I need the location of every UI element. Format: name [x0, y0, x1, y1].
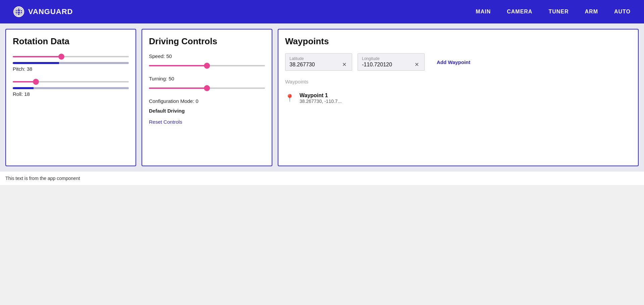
nav-tuner[interactable]: TUNER: [548, 9, 569, 15]
nav-auto[interactable]: AUTO: [614, 9, 631, 15]
waypoints-title: Waypoints: [285, 36, 631, 47]
nav-camera[interactable]: CAMERA: [507, 9, 532, 15]
latitude-row: 38.267730 ✕: [289, 62, 348, 68]
roll-section: Roll: 18: [13, 78, 129, 97]
main-content: Rotation Data Pitch: 38 Roll: 18 Driving…: [0, 23, 644, 172]
globe-icon: [13, 6, 24, 17]
pitch-label: Pitch: 38: [13, 66, 129, 72]
main-nav: MAIN CAMERA TUNER ARM AUTO: [476, 9, 631, 15]
pin-icon: 📍: [285, 94, 294, 103]
waypoints-input-row: Latitude 38.267730 ✕ Longitude -110.7201…: [285, 53, 631, 71]
waypoint-item: 📍 Waypoint 1 38.267730, -110.7...: [285, 90, 631, 107]
speed-thumb[interactable]: [204, 63, 210, 69]
waypoint-coords: 38.267730, -110.7...: [300, 99, 341, 104]
brand-logo: VANGUARD: [13, 6, 73, 17]
speed-slider-container: [149, 62, 265, 69]
pitch-fill: [13, 56, 61, 57]
pitch-slider-container: [13, 53, 129, 60]
longitude-label: Longitude: [362, 56, 420, 61]
roll-bar: [13, 87, 129, 89]
speed-fill: [149, 65, 207, 66]
pitch-bar: [13, 62, 129, 64]
latitude-input-group: Latitude 38.267730 ✕: [285, 53, 352, 71]
turning-fill: [149, 87, 207, 89]
waypoints-section-label: Waypoints: [285, 79, 631, 84]
turning-label: Turning: 50: [149, 76, 265, 81]
footer-text: This text is from the app component: [0, 172, 644, 185]
longitude-input-group: Longitude -110.720120 ✕: [358, 53, 425, 71]
rotation-data-title: Rotation Data: [13, 36, 129, 47]
brand-name: VANGUARD: [28, 7, 73, 16]
driving-controls-title: Driving Controls: [149, 36, 265, 47]
latitude-label: Latitude: [289, 56, 348, 61]
config-mode-label: Configuration Mode: 0: [149, 98, 265, 104]
longitude-row: -110.720120 ✕: [362, 62, 420, 68]
roll-fill: [13, 81, 36, 82]
driving-controls-card: Driving Controls Speed: 50 Turning: 50 C…: [142, 29, 272, 166]
pitch-section: Pitch: 38: [13, 53, 129, 72]
latitude-value[interactable]: 38.267730: [289, 62, 315, 68]
pitch-thumb[interactable]: [58, 54, 64, 60]
default-driving-label: Default Driving: [149, 108, 265, 114]
waypoint-info: Waypoint 1 38.267730, -110.7...: [300, 93, 341, 104]
rotation-data-card: Rotation Data Pitch: 38 Roll: 18: [5, 29, 136, 166]
longitude-clear-button[interactable]: ✕: [413, 62, 420, 67]
roll-thumb[interactable]: [33, 79, 39, 85]
turning-thumb[interactable]: [204, 85, 210, 91]
add-waypoint-button[interactable]: Add Waypoint: [437, 59, 470, 65]
nav-arm[interactable]: ARM: [585, 9, 598, 15]
longitude-value[interactable]: -110.720120: [362, 62, 392, 68]
roll-slider-container: [13, 78, 129, 85]
nav-main[interactable]: MAIN: [476, 9, 491, 15]
roll-label: Roll: 18: [13, 91, 129, 97]
turning-slider-container: [149, 85, 265, 92]
reset-controls-button[interactable]: Reset Controls: [149, 119, 182, 125]
waypoints-card: Waypoints Latitude 38.267730 ✕ Longitude…: [278, 29, 639, 166]
latitude-clear-button[interactable]: ✕: [341, 62, 348, 67]
app-header: VANGUARD MAIN CAMERA TUNER ARM AUTO: [0, 0, 644, 23]
speed-label: Speed: 50: [149, 53, 265, 59]
waypoint-name: Waypoint 1: [300, 93, 341, 99]
